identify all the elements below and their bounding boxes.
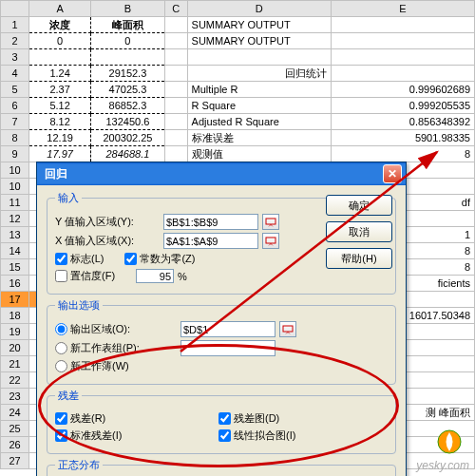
y-range-input[interactable] [163, 214, 258, 230]
row-header[interactable]: 2 [1, 33, 29, 49]
cell[interactable]: 观测值 [187, 146, 331, 162]
dialog-titlebar[interactable]: 回归 ✕ [37, 162, 406, 185]
cell[interactable]: SUMMARY OUTPUT [187, 33, 331, 49]
cell[interactable] [164, 98, 187, 114]
cell[interactable] [187, 49, 331, 66]
row-header[interactable]: 25 [1, 421, 29, 437]
cell[interactable]: 8.12 [29, 114, 91, 130]
row-header[interactable]: 9 [1, 146, 29, 162]
cell[interactable]: 0.856348392 [331, 114, 474, 130]
ref-select-icon[interactable] [262, 233, 279, 249]
row-header[interactable]: 6 [1, 98, 29, 114]
ref-select-icon[interactable] [262, 214, 279, 230]
residual-plot-checkbox[interactable]: 残差图(D) [218, 411, 279, 426]
cell[interactable]: SUMMARY OUTPUT [187, 17, 331, 33]
row-header[interactable]: 14 [1, 243, 29, 259]
row-header[interactable]: 27 [1, 453, 29, 469]
cell[interactable]: 200302.25 [91, 130, 165, 146]
labels-checkbox[interactable]: 标志(L) [55, 252, 104, 266]
corner-cell[interactable] [1, 1, 29, 17]
new-sheet-radio[interactable]: 新工作表组(P): [55, 341, 160, 355]
row-header[interactable]: 13 [1, 227, 29, 243]
cell[interactable]: 浓度 [29, 17, 91, 33]
row-header[interactable]: 26 [1, 437, 29, 453]
cell[interactable] [164, 66, 187, 82]
residuals-checkbox[interactable]: 残差(R) [55, 411, 198, 426]
confidence-value[interactable] [136, 269, 174, 283]
cancel-button[interactable]: 取消 [326, 221, 392, 242]
cell[interactable] [164, 33, 187, 49]
close-icon[interactable]: ✕ [383, 164, 402, 183]
cell[interactable]: 29152.3 [91, 66, 165, 82]
row-header[interactable]: 22 [1, 372, 29, 389]
confidence-checkbox[interactable]: 置信度(F) [55, 269, 115, 283]
ref-select-icon[interactable] [279, 321, 296, 337]
cell[interactable]: 5.12 [29, 98, 91, 114]
row-header[interactable]: 3 [1, 49, 29, 66]
ok-button[interactable]: 确定 [326, 195, 392, 216]
row-header[interactable]: 10 [1, 162, 29, 179]
col-header-B[interactable]: B [91, 1, 165, 17]
const-zero-checkbox[interactable]: 常数为零(Z) [124, 252, 195, 266]
cell[interactable]: 1.24 [29, 66, 91, 82]
cell[interactable]: 标准误差 [187, 130, 331, 146]
cell[interactable] [331, 33, 474, 49]
row-header[interactable]: 4 [1, 66, 29, 82]
row-header[interactable]: 12 [1, 211, 29, 227]
row-header[interactable]: 5 [1, 82, 29, 98]
cell[interactable]: 2.37 [29, 82, 91, 98]
col-header-A[interactable]: A [29, 1, 91, 17]
cell[interactable]: 回归统计 [187, 66, 331, 82]
col-header-E[interactable]: E [331, 1, 474, 17]
row-header[interactable]: 17 [1, 292, 29, 308]
cell[interactable] [164, 114, 187, 130]
cell[interactable]: 0 [29, 33, 91, 49]
row-header[interactable]: 24 [1, 405, 29, 421]
cell[interactable]: 0.999602689 [331, 82, 474, 98]
cell[interactable] [331, 49, 474, 66]
x-range-input[interactable] [163, 233, 258, 249]
col-header-D[interactable]: D [187, 1, 331, 17]
row-header[interactable]: 20 [1, 340, 29, 356]
new-book-radio[interactable]: 新工作薄(W) [55, 359, 129, 373]
cell[interactable]: 5901.98335 [331, 130, 474, 146]
row-header[interactable]: 23 [1, 389, 29, 405]
row-header[interactable]: 19 [1, 324, 29, 340]
cell[interactable]: 12.19 [29, 130, 91, 146]
help-button[interactable]: 帮助(H) [326, 248, 392, 269]
cell[interactable]: 86852.3 [91, 98, 165, 114]
cell[interactable]: Adjusted R Square [187, 114, 331, 130]
cell[interactable]: 0 [91, 33, 165, 49]
cell[interactable] [91, 49, 165, 66]
cell[interactable] [164, 82, 187, 98]
cell[interactable]: 17.97 [29, 146, 91, 162]
cell[interactable]: 8 [331, 146, 474, 162]
cell[interactable] [331, 17, 474, 33]
cell[interactable] [331, 66, 474, 82]
cell[interactable] [29, 49, 91, 66]
cell[interactable]: 132450.6 [91, 114, 165, 130]
row-header[interactable]: 10 [1, 179, 29, 195]
cell[interactable]: 峰面积 [91, 17, 165, 33]
cell[interactable] [164, 49, 187, 66]
std-residuals-checkbox[interactable]: 标准残差(I) [55, 428, 198, 443]
row-header[interactable]: 18 [1, 308, 29, 324]
cell[interactable] [164, 17, 187, 33]
new-sheet-input[interactable] [180, 340, 276, 356]
cell[interactable] [164, 146, 187, 162]
cell[interactable]: 284688.1 [91, 146, 165, 162]
output-range-input[interactable] [180, 321, 276, 337]
cell[interactable]: R Square [187, 98, 331, 114]
row-header[interactable]: 1 [1, 17, 29, 33]
row-header[interactable]: 8 [1, 130, 29, 146]
output-range-radio[interactable]: 输出区域(O): [55, 322, 160, 336]
cell[interactable]: 0.999205535 [331, 98, 474, 114]
cell[interactable]: Multiple R [187, 82, 331, 98]
row-header[interactable]: 16 [1, 276, 29, 292]
cell[interactable] [164, 130, 187, 146]
line-fit-checkbox[interactable]: 线性拟合图(I) [218, 428, 295, 443]
row-header[interactable]: 11 [1, 195, 29, 211]
row-header[interactable]: 7 [1, 114, 29, 130]
row-header[interactable]: 15 [1, 259, 29, 276]
row-header[interactable]: 21 [1, 356, 29, 372]
